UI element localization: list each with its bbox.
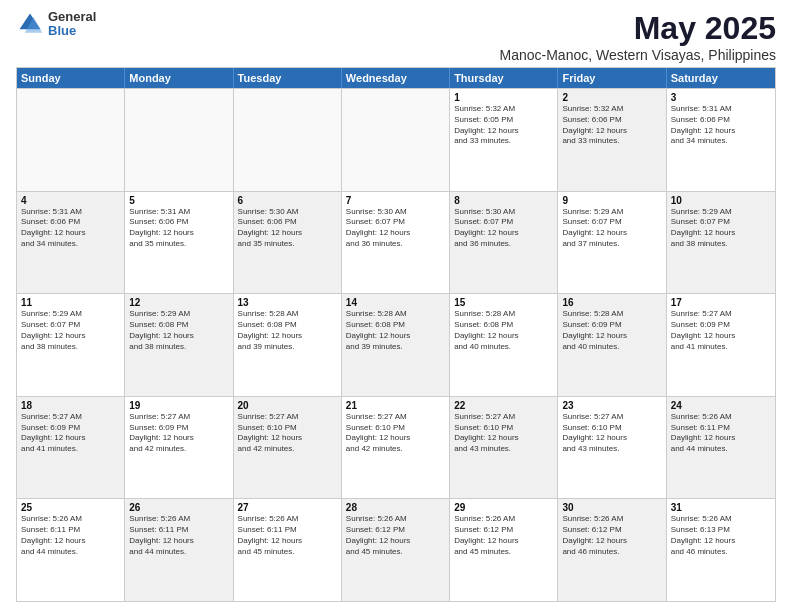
day-number: 21 [346, 400, 445, 411]
day-cell-5: 5Sunrise: 5:31 AM Sunset: 6:06 PM Daylig… [125, 192, 233, 294]
day-number: 6 [238, 195, 337, 206]
day-info: Sunrise: 5:28 AM Sunset: 6:08 PM Dayligh… [238, 309, 337, 352]
logo-text: General Blue [48, 10, 96, 39]
day-cell-3: 3Sunrise: 5:31 AM Sunset: 6:06 PM Daylig… [667, 89, 775, 191]
header-day-wednesday: Wednesday [342, 68, 450, 88]
header-day-thursday: Thursday [450, 68, 558, 88]
day-info: Sunrise: 5:32 AM Sunset: 6:06 PM Dayligh… [562, 104, 661, 147]
day-info: Sunrise: 5:31 AM Sunset: 6:06 PM Dayligh… [21, 207, 120, 250]
calendar-week-2: 4Sunrise: 5:31 AM Sunset: 6:06 PM Daylig… [17, 191, 775, 294]
header-day-monday: Monday [125, 68, 233, 88]
day-info: Sunrise: 5:30 AM Sunset: 6:07 PM Dayligh… [346, 207, 445, 250]
day-info: Sunrise: 5:26 AM Sunset: 6:11 PM Dayligh… [671, 412, 771, 455]
logo-icon [16, 10, 44, 38]
day-cell-24: 24Sunrise: 5:26 AM Sunset: 6:11 PM Dayli… [667, 397, 775, 499]
calendar-week-5: 25Sunrise: 5:26 AM Sunset: 6:11 PM Dayli… [17, 498, 775, 601]
day-number: 29 [454, 502, 553, 513]
day-number: 28 [346, 502, 445, 513]
empty-cell-0-3 [342, 89, 450, 191]
day-cell-2: 2Sunrise: 5:32 AM Sunset: 6:06 PM Daylig… [558, 89, 666, 191]
header-day-friday: Friday [558, 68, 666, 88]
day-info: Sunrise: 5:28 AM Sunset: 6:08 PM Dayligh… [346, 309, 445, 352]
header-day-saturday: Saturday [667, 68, 775, 88]
day-info: Sunrise: 5:26 AM Sunset: 6:13 PM Dayligh… [671, 514, 771, 557]
day-info: Sunrise: 5:26 AM Sunset: 6:11 PM Dayligh… [238, 514, 337, 557]
title-block: May 2025 Manoc-Manoc, Western Visayas, P… [500, 10, 777, 63]
page: General Blue May 2025 Manoc-Manoc, Weste… [0, 0, 792, 612]
calendar-week-3: 11Sunrise: 5:29 AM Sunset: 6:07 PM Dayli… [17, 293, 775, 396]
day-cell-9: 9Sunrise: 5:29 AM Sunset: 6:07 PM Daylig… [558, 192, 666, 294]
day-number: 14 [346, 297, 445, 308]
day-number: 10 [671, 195, 771, 206]
day-cell-1: 1Sunrise: 5:32 AM Sunset: 6:05 PM Daylig… [450, 89, 558, 191]
day-number: 16 [562, 297, 661, 308]
day-info: Sunrise: 5:26 AM Sunset: 6:11 PM Dayligh… [21, 514, 120, 557]
empty-cell-0-0 [17, 89, 125, 191]
day-number: 23 [562, 400, 661, 411]
day-info: Sunrise: 5:27 AM Sunset: 6:10 PM Dayligh… [454, 412, 553, 455]
day-number: 11 [21, 297, 120, 308]
day-info: Sunrise: 5:28 AM Sunset: 6:08 PM Dayligh… [454, 309, 553, 352]
day-cell-16: 16Sunrise: 5:28 AM Sunset: 6:09 PM Dayli… [558, 294, 666, 396]
logo-general-label: General [48, 10, 96, 24]
day-number: 30 [562, 502, 661, 513]
day-cell-14: 14Sunrise: 5:28 AM Sunset: 6:08 PM Dayli… [342, 294, 450, 396]
day-info: Sunrise: 5:26 AM Sunset: 6:11 PM Dayligh… [129, 514, 228, 557]
day-cell-21: 21Sunrise: 5:27 AM Sunset: 6:10 PM Dayli… [342, 397, 450, 499]
day-cell-11: 11Sunrise: 5:29 AM Sunset: 6:07 PM Dayli… [17, 294, 125, 396]
day-info: Sunrise: 5:27 AM Sunset: 6:10 PM Dayligh… [346, 412, 445, 455]
logo-blue-label: Blue [48, 24, 96, 38]
day-cell-27: 27Sunrise: 5:26 AM Sunset: 6:11 PM Dayli… [234, 499, 342, 601]
day-number: 3 [671, 92, 771, 103]
day-number: 17 [671, 297, 771, 308]
day-info: Sunrise: 5:30 AM Sunset: 6:06 PM Dayligh… [238, 207, 337, 250]
day-cell-31: 31Sunrise: 5:26 AM Sunset: 6:13 PM Dayli… [667, 499, 775, 601]
main-title: May 2025 [500, 10, 777, 47]
day-cell-7: 7Sunrise: 5:30 AM Sunset: 6:07 PM Daylig… [342, 192, 450, 294]
day-number: 1 [454, 92, 553, 103]
day-cell-18: 18Sunrise: 5:27 AM Sunset: 6:09 PM Dayli… [17, 397, 125, 499]
day-cell-6: 6Sunrise: 5:30 AM Sunset: 6:06 PM Daylig… [234, 192, 342, 294]
day-info: Sunrise: 5:27 AM Sunset: 6:09 PM Dayligh… [129, 412, 228, 455]
day-info: Sunrise: 5:29 AM Sunset: 6:07 PM Dayligh… [671, 207, 771, 250]
day-number: 27 [238, 502, 337, 513]
day-number: 13 [238, 297, 337, 308]
day-cell-29: 29Sunrise: 5:26 AM Sunset: 6:12 PM Dayli… [450, 499, 558, 601]
day-number: 5 [129, 195, 228, 206]
day-cell-20: 20Sunrise: 5:27 AM Sunset: 6:10 PM Dayli… [234, 397, 342, 499]
day-number: 12 [129, 297, 228, 308]
day-cell-4: 4Sunrise: 5:31 AM Sunset: 6:06 PM Daylig… [17, 192, 125, 294]
calendar-body: 1Sunrise: 5:32 AM Sunset: 6:05 PM Daylig… [17, 88, 775, 601]
day-info: Sunrise: 5:27 AM Sunset: 6:09 PM Dayligh… [21, 412, 120, 455]
calendar-header: SundayMondayTuesdayWednesdayThursdayFrid… [17, 68, 775, 88]
day-cell-25: 25Sunrise: 5:26 AM Sunset: 6:11 PM Dayli… [17, 499, 125, 601]
day-number: 9 [562, 195, 661, 206]
day-number: 8 [454, 195, 553, 206]
day-number: 2 [562, 92, 661, 103]
day-cell-8: 8Sunrise: 5:30 AM Sunset: 6:07 PM Daylig… [450, 192, 558, 294]
day-cell-15: 15Sunrise: 5:28 AM Sunset: 6:08 PM Dayli… [450, 294, 558, 396]
day-cell-13: 13Sunrise: 5:28 AM Sunset: 6:08 PM Dayli… [234, 294, 342, 396]
day-info: Sunrise: 5:27 AM Sunset: 6:10 PM Dayligh… [238, 412, 337, 455]
day-info: Sunrise: 5:31 AM Sunset: 6:06 PM Dayligh… [129, 207, 228, 250]
day-info: Sunrise: 5:29 AM Sunset: 6:07 PM Dayligh… [562, 207, 661, 250]
day-cell-12: 12Sunrise: 5:29 AM Sunset: 6:08 PM Dayli… [125, 294, 233, 396]
day-info: Sunrise: 5:26 AM Sunset: 6:12 PM Dayligh… [562, 514, 661, 557]
header-day-tuesday: Tuesday [234, 68, 342, 88]
day-info: Sunrise: 5:27 AM Sunset: 6:09 PM Dayligh… [671, 309, 771, 352]
day-info: Sunrise: 5:32 AM Sunset: 6:05 PM Dayligh… [454, 104, 553, 147]
day-number: 7 [346, 195, 445, 206]
day-number: 4 [21, 195, 120, 206]
day-cell-28: 28Sunrise: 5:26 AM Sunset: 6:12 PM Dayli… [342, 499, 450, 601]
day-number: 18 [21, 400, 120, 411]
header: General Blue May 2025 Manoc-Manoc, Weste… [16, 10, 776, 63]
day-cell-30: 30Sunrise: 5:26 AM Sunset: 6:12 PM Dayli… [558, 499, 666, 601]
day-info: Sunrise: 5:26 AM Sunset: 6:12 PM Dayligh… [346, 514, 445, 557]
day-cell-22: 22Sunrise: 5:27 AM Sunset: 6:10 PM Dayli… [450, 397, 558, 499]
logo: General Blue [16, 10, 96, 39]
day-info: Sunrise: 5:29 AM Sunset: 6:08 PM Dayligh… [129, 309, 228, 352]
day-info: Sunrise: 5:27 AM Sunset: 6:10 PM Dayligh… [562, 412, 661, 455]
empty-cell-0-1 [125, 89, 233, 191]
day-info: Sunrise: 5:26 AM Sunset: 6:12 PM Dayligh… [454, 514, 553, 557]
day-number: 20 [238, 400, 337, 411]
